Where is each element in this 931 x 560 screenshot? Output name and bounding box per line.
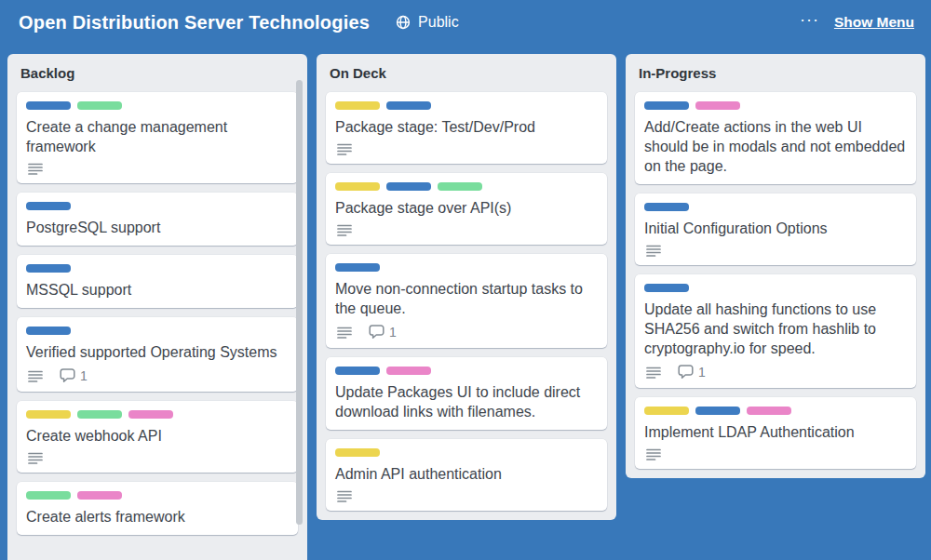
card-title: Create a change management framework: [26, 117, 289, 156]
card-title: Initial Configuration Options: [644, 219, 907, 238]
board-title[interactable]: Open Distribution Server Technologies: [19, 12, 370, 33]
card-title: Update all hashing functions to use SHA2…: [644, 300, 907, 358]
card-label-blue[interactable]: [26, 101, 71, 110]
card-label-blue[interactable]: [335, 263, 380, 272]
card-labels: [26, 101, 289, 110]
list-scrollbar-thumb[interactable]: [296, 80, 303, 525]
description-badge: [646, 367, 661, 379]
list-on-deck: On DeckPackage stage: Test/Dev/Prod Pack…: [317, 54, 616, 520]
description-badge: [28, 370, 43, 382]
card-label-pink[interactable]: [747, 407, 791, 415]
card-badges: [335, 490, 598, 502]
card-label-yellow[interactable]: [335, 182, 380, 191]
card-label-yellow[interactable]: [644, 407, 689, 415]
card-labels: [335, 101, 598, 110]
card-label-green[interactable]: [438, 182, 482, 191]
card-label-pink[interactable]: [77, 491, 122, 500]
card[interactable]: Package stage over API(s): [326, 173, 607, 245]
card[interactable]: Move non-connection startup tasks to the…: [326, 254, 607, 348]
list-title[interactable]: Backlog: [17, 65, 298, 81]
card-title: Add/Create actions in the web UI should …: [644, 117, 907, 176]
comment-icon: [60, 368, 75, 383]
description-icon: [646, 448, 661, 460]
card[interactable]: MSSQL support: [17, 255, 298, 308]
globe-icon: [396, 15, 411, 30]
list-title[interactable]: On Deck: [326, 65, 607, 81]
card-labels: [335, 448, 598, 457]
board-header: Open Distribution Server Technologies Pu…: [0, 0, 931, 45]
card-label-blue[interactable]: [644, 203, 689, 211]
card-labels: [335, 182, 598, 191]
card-label-blue[interactable]: [26, 202, 71, 210]
card-list: Add/Create actions in the web UI should …: [635, 92, 916, 469]
card-label-yellow[interactable]: [335, 101, 380, 110]
card-title: PostgreSQL support: [26, 218, 289, 237]
card-label-blue[interactable]: [26, 327, 71, 335]
comments-badge: 1: [369, 325, 397, 340]
card[interactable]: Create a change management framework: [17, 92, 298, 183]
card-label-blue[interactable]: [695, 407, 740, 415]
card-label-pink[interactable]: [386, 367, 431, 375]
description-icon: [337, 143, 352, 155]
description-icon: [646, 367, 661, 379]
card-badges: 1: [335, 325, 598, 340]
comments-badge: 1: [60, 368, 88, 383]
card-badges: [26, 163, 289, 175]
card-label-blue[interactable]: [644, 284, 689, 292]
card-label-blue[interactable]: [644, 101, 689, 110]
card-labels: [644, 101, 907, 110]
card-label-blue[interactable]: [386, 182, 431, 191]
card-badges: [26, 452, 289, 464]
more-options-icon[interactable]: ···: [800, 15, 819, 30]
comments-badge: 1: [678, 365, 706, 380]
card[interactable]: Update Packages UI to include direct dow…: [326, 357, 607, 430]
card-badges: [644, 245, 907, 257]
card-label-pink[interactable]: [695, 101, 740, 110]
description-badge: [28, 452, 43, 464]
card-label-yellow[interactable]: [335, 448, 380, 457]
card-label-pink[interactable]: [128, 410, 173, 419]
card-list: Create a change management framework Pos…: [17, 92, 298, 535]
card[interactable]: Initial Configuration Options: [635, 193, 916, 265]
description-badge: [28, 163, 43, 175]
card-labels: [26, 491, 289, 500]
card-labels: [644, 407, 907, 415]
card-label-blue[interactable]: [386, 101, 431, 110]
card-list: Package stage: Test/Dev/Prod Package sta…: [326, 92, 607, 511]
card-title: Package stage over API(s): [335, 198, 598, 218]
board-app: Open Distribution Server Technologies Pu…: [0, 0, 931, 560]
card-badges: [644, 448, 907, 460]
card-label-green[interactable]: [77, 410, 122, 419]
show-menu-link[interactable]: Show Menu: [834, 14, 914, 31]
card-title: Package stage: Test/Dev/Prod: [335, 117, 598, 137]
card-badges: 1: [644, 365, 907, 380]
description-icon: [28, 370, 43, 382]
description-badge: [337, 143, 352, 155]
card[interactable]: Package stage: Test/Dev/Prod: [326, 92, 607, 164]
card-labels: [26, 327, 289, 335]
card-label-green[interactable]: [77, 101, 122, 110]
card-title: Move non-connection startup tasks to the…: [335, 279, 598, 318]
visibility-label: Public: [418, 14, 459, 31]
card-labels: [26, 202, 289, 210]
card[interactable]: Implement LDAP Authentication: [635, 397, 916, 469]
card[interactable]: Add/Create actions in the web UI should …: [635, 92, 916, 184]
list-title[interactable]: In-Progress: [635, 65, 916, 81]
card[interactable]: Verified supported Operating Systems 1: [17, 317, 298, 392]
card[interactable]: Update all hashing functions to use SHA2…: [635, 274, 916, 388]
card[interactable]: Create webhook API: [17, 401, 298, 473]
card-label-blue[interactable]: [335, 367, 380, 375]
card[interactable]: PostgreSQL support: [17, 193, 298, 246]
description-badge: [646, 245, 661, 257]
card-label-yellow[interactable]: [26, 410, 71, 419]
description-badge: [646, 448, 661, 460]
card-label-green[interactable]: [26, 491, 71, 500]
card[interactable]: Create alerts framework: [17, 482, 298, 535]
visibility-button[interactable]: Public: [396, 14, 459, 31]
card-label-blue[interactable]: [26, 264, 71, 273]
card-labels: [26, 410, 289, 419]
comment-icon: [369, 325, 385, 340]
card[interactable]: Admin API authentication: [326, 439, 607, 511]
description-icon: [337, 224, 352, 236]
card-title: Admin API authentication: [335, 464, 598, 484]
